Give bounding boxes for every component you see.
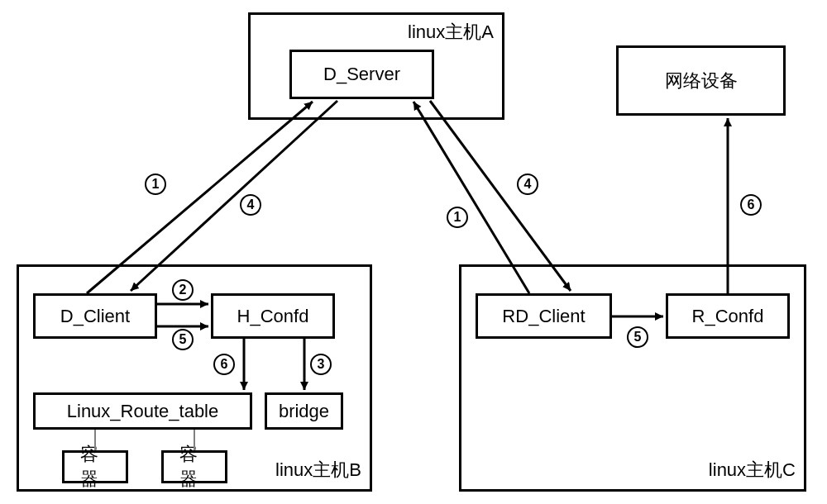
route-table: Linux_Route_table — [33, 392, 252, 430]
host-c-title: linux主机C — [709, 458, 796, 483]
bridge-label: bridge — [279, 401, 329, 422]
badge-6-right: 6 — [740, 194, 762, 216]
badge-1-left: 1 — [145, 174, 166, 195]
svg-line-3 — [430, 101, 571, 291]
d-client: D_Client — [33, 293, 157, 339]
r-confd: R_Confd — [666, 293, 790, 339]
container-1: 容器 — [62, 450, 128, 483]
network-device: 网络设备 — [616, 45, 786, 116]
d-client-label: D_Client — [60, 306, 130, 327]
route-table-label: Linux_Route_table — [67, 401, 218, 422]
d-server-label: D_Server — [323, 64, 400, 85]
svg-line-1 — [131, 101, 337, 291]
host-b-title: linux主机B — [275, 458, 361, 483]
badge-3: 3 — [310, 354, 332, 375]
d-server: D_Server — [289, 50, 434, 99]
h-confd: H_Confd — [211, 293, 335, 339]
rd-client-label: RD_Client — [502, 306, 585, 327]
container-2: 容器 — [161, 450, 227, 483]
badge-4-right: 4 — [517, 174, 538, 195]
host-a-title: linux主机A — [408, 20, 494, 45]
line-rt-c1 — [94, 430, 96, 450]
badge-6-left: 6 — [213, 354, 235, 375]
badge-2: 2 — [172, 279, 194, 301]
rd-client: RD_Client — [476, 293, 612, 339]
badge-5-right: 5 — [627, 326, 648, 348]
r-confd-label: R_Confd — [692, 306, 764, 327]
badge-1-right: 1 — [447, 207, 468, 228]
bridge: bridge — [265, 392, 343, 430]
line-rt-c2 — [194, 430, 195, 450]
badge-4-left: 4 — [240, 194, 261, 216]
network-device-label: 网络设备 — [665, 69, 738, 93]
h-confd-label: H_Confd — [237, 306, 309, 327]
badge-5-left: 5 — [172, 329, 194, 350]
